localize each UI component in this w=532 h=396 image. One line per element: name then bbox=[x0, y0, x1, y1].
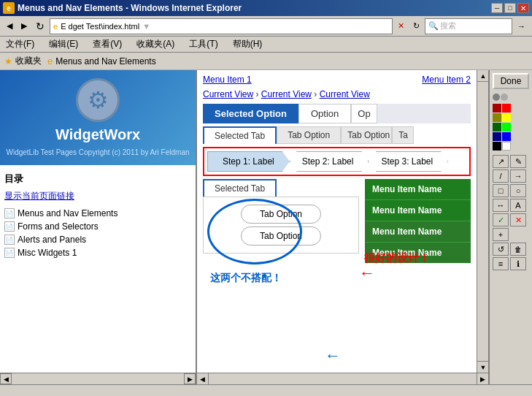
done-button[interactable]: Done bbox=[493, 73, 529, 89]
menu-tools[interactable]: 工具(T) bbox=[186, 37, 220, 52]
tab-option-button-2[interactable]: Tab Option bbox=[241, 226, 321, 245]
breadcrumb-item-1[interactable]: Current View bbox=[203, 89, 253, 99]
main-layout: ⚙ WidgetWorx WidgetLib Test Pages Copyri… bbox=[0, 70, 532, 384]
breadcrumb-item-3[interactable]: Current View bbox=[320, 89, 370, 99]
option-partial-tab[interactable]: Op bbox=[351, 104, 377, 123]
tool-trash-btn[interactable]: 🗑 bbox=[510, 243, 526, 256]
search-go-button[interactable]: → bbox=[514, 18, 529, 34]
green-menu-item-1[interactable]: Menu Item Name bbox=[365, 179, 471, 200]
bottom-selected-tab[interactable]: Selected Tab bbox=[203, 179, 277, 197]
list-item[interactable]: 📄Menus and Nav Elements bbox=[4, 207, 191, 220]
tool-x-btn[interactable]: ✕ bbox=[510, 213, 526, 226]
color-dot-gray-1[interactable] bbox=[493, 94, 500, 101]
selected-option-tab[interactable]: Selected Option bbox=[203, 104, 298, 123]
menu-item-2-link[interactable]: Menu Item 2 bbox=[422, 75, 471, 85]
tool-resize-btn[interactable]: ↔ bbox=[493, 199, 509, 212]
scroll-up-btn[interactable]: ▲ bbox=[477, 70, 488, 82]
right-panel: Menu Item 1 Menu Item 2 Current View › C… bbox=[197, 70, 488, 384]
breadcrumb-item-2[interactable]: Current View bbox=[261, 89, 312, 99]
color-dot-gray-2[interactable] bbox=[501, 94, 508, 101]
address-dropdown[interactable]: ▼ bbox=[142, 22, 150, 31]
tab-option-btn-1[interactable]: Tab Option bbox=[277, 126, 341, 144]
address-bar[interactable]: e E dget Test\index.html ▼ bbox=[50, 18, 393, 34]
menu-item-1-link[interactable]: Menu Item 1 bbox=[203, 75, 252, 85]
logo-name: WidgetWorx bbox=[55, 126, 140, 143]
maximize-button[interactable]: □ bbox=[504, 3, 516, 13]
tool-circle-btn[interactable]: ○ bbox=[510, 184, 526, 197]
tool-menu-btn[interactable]: ≡ bbox=[493, 257, 509, 270]
search-box[interactable]: 🔍 搜索 bbox=[425, 18, 512, 34]
color-palette bbox=[493, 104, 529, 151]
close-button[interactable]: ✕ bbox=[517, 3, 529, 13]
step-3[interactable]: Step 3: Label bbox=[369, 151, 448, 172]
vertical-scrollbar[interactable]: ▲ ▼ bbox=[477, 70, 488, 373]
menu-view[interactable]: 查看(V) bbox=[90, 37, 125, 52]
tool-pen-btn[interactable]: ✎ bbox=[510, 155, 526, 168]
menu-edit[interactable]: 编辑(E) bbox=[46, 37, 81, 52]
scroll-right-btn[interactable]: ▶ bbox=[184, 373, 196, 384]
back-button[interactable]: ◀ bbox=[3, 18, 16, 34]
hscroll-left-btn[interactable]: ◀ bbox=[197, 373, 209, 384]
tab-option-button-1[interactable]: Tab Option bbox=[241, 205, 321, 224]
go-refresh-button[interactable]: ↻ bbox=[409, 18, 423, 34]
tool-rect-btn[interactable]: □ bbox=[493, 184, 509, 197]
breadcrumb: Current View › Current View › Current Vi… bbox=[197, 86, 477, 102]
step-2[interactable]: Step 2: Label bbox=[290, 151, 369, 172]
file-icon: 📄 bbox=[4, 235, 15, 245]
list-item[interactable]: 📄Misc Widgets 1 bbox=[4, 246, 191, 259]
color-dark-blue[interactable] bbox=[493, 132, 501, 141]
color-bright-red[interactable] bbox=[502, 104, 511, 113]
color-bright-green[interactable] bbox=[502, 123, 511, 132]
bottom-horizontal-scrollbar[interactable]: ◀ ▶ bbox=[197, 373, 488, 384]
status-bar bbox=[0, 384, 532, 396]
list-item[interactable]: 📄Alerts and Panels bbox=[4, 233, 191, 246]
logo-area: ⚙ WidgetWorx WidgetLib Test Pages Copyri… bbox=[0, 70, 196, 165]
tool-text-btn[interactable]: A bbox=[510, 199, 526, 212]
hscroll-right-btn[interactable]: ▶ bbox=[477, 373, 488, 384]
tool-arrow-btn[interactable]: ↗ bbox=[493, 155, 509, 168]
window-title: Menus and Nav Elements - Windows Interne… bbox=[18, 3, 242, 13]
menu-favorites[interactable]: 收藏夹(A) bbox=[134, 37, 177, 52]
color-white[interactable] bbox=[502, 142, 511, 151]
favorites-label: 收藏夹 bbox=[15, 55, 42, 67]
content-area: Menu Item 1 Menu Item 2 Current View › C… bbox=[197, 70, 477, 373]
green-menu-item-2[interactable]: Menu Item Name bbox=[365, 200, 471, 221]
tab-option-btn-2[interactable]: Tab Option bbox=[341, 126, 392, 144]
tool-check-btn[interactable]: ✓ bbox=[493, 213, 509, 226]
tool-arrow-right-btn[interactable]: → bbox=[510, 170, 526, 183]
option-tab[interactable]: Option bbox=[298, 104, 351, 123]
scroll-left-btn[interactable]: ◀ bbox=[0, 373, 12, 384]
horizontal-scrollbar[interactable]: ◀ ▶ bbox=[0, 373, 196, 384]
menu-file[interactable]: 文件(F) bbox=[3, 37, 37, 52]
minimize-button[interactable]: ─ bbox=[491, 3, 503, 13]
top-menu-bar: Menu Item 1 Menu Item 2 bbox=[197, 70, 477, 86]
list-item[interactable]: 📄Forms and Selectors bbox=[4, 220, 191, 233]
tool-undo-btn[interactable]: ↺ bbox=[493, 243, 509, 256]
color-dark-red[interactable] bbox=[493, 104, 501, 113]
tool-info-btn[interactable]: ℹ bbox=[510, 257, 526, 270]
hscroll-track bbox=[209, 373, 477, 384]
scroll-down-btn[interactable]: ▼ bbox=[477, 361, 488, 373]
selected-tab-btn[interactable]: Selected Tab bbox=[203, 126, 277, 144]
scroll-thumb bbox=[477, 82, 488, 361]
nav-link[interactable]: 显示当前页面链接 bbox=[4, 189, 191, 204]
color-dark-yellow[interactable] bbox=[493, 113, 501, 122]
green-menu-item-3[interactable]: Menu Item Name bbox=[365, 221, 471, 243]
color-bright-yellow[interactable] bbox=[502, 113, 511, 122]
favorites-star[interactable]: ★ 收藏夹 bbox=[4, 55, 42, 67]
menu-help[interactable]: 帮助(H) bbox=[230, 37, 266, 52]
forward-button[interactable]: ▶ bbox=[18, 18, 31, 34]
refresh-button[interactable]: ↻ bbox=[32, 18, 48, 34]
right-toolbar-panel: Done ↗ ✎ / → bbox=[488, 70, 532, 384]
tool-plus-btn[interactable]: + bbox=[493, 228, 509, 241]
stop-button[interactable]: ✕ bbox=[394, 18, 408, 34]
color-black[interactable] bbox=[493, 142, 501, 151]
tab-option-btn-3[interactable]: Ta bbox=[392, 126, 414, 144]
file-icon: 📄 bbox=[4, 208, 15, 218]
tool-line-btn[interactable]: / bbox=[493, 170, 509, 183]
color-bright-blue[interactable] bbox=[502, 132, 511, 141]
address-value: E dget Test\index.html bbox=[61, 22, 139, 31]
color-dark-green[interactable] bbox=[493, 123, 501, 132]
favorites-bar: ★ 收藏夹 e Menus and Nav Elements bbox=[0, 53, 532, 70]
step-1[interactable]: Step 1: Label bbox=[207, 151, 290, 172]
